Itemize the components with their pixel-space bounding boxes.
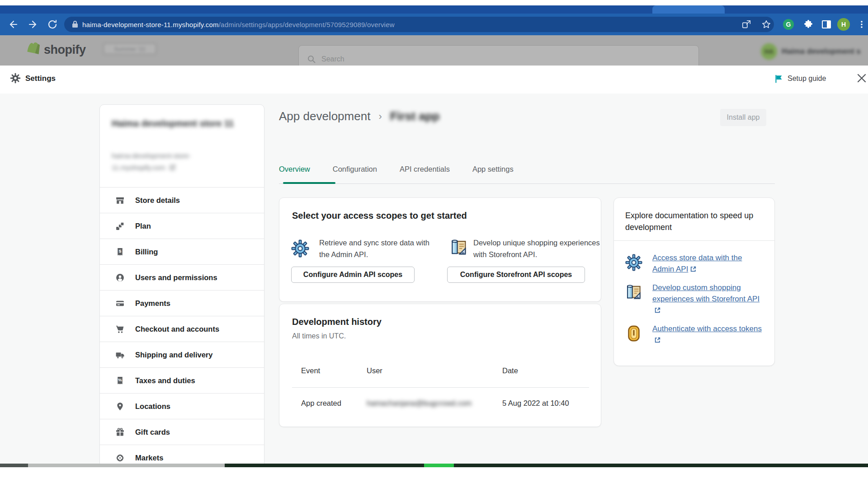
extensions-puzzle-icon[interactable] [803,19,814,30]
scopes-card-title: Select your access scopes to get started [292,211,467,221]
tab-api-credentials[interactable]: API credentials [400,165,450,182]
docs-divider [614,240,774,241]
payments-icon [115,299,125,308]
store-name: Haima development store 11 [112,117,247,130]
col-header-user: User [367,366,382,375]
settings-modal-header: Settings Setup guide [0,66,868,94]
external-link-icon [690,266,697,272]
bottom-edge-bar [0,464,868,467]
active-tab-underline [283,182,335,184]
bottom-bar-segment [28,464,225,467]
history-event-cell: App created [301,399,341,408]
shopify-logo-icon [24,41,42,60]
external-link-icon [654,307,661,314]
admin-search-placeholder: Search [321,55,344,63]
history-user-cell: hamachanjana@bugcrowd.com [367,399,472,408]
app-tabs: Overview Configuration API credentials A… [279,165,514,182]
breadcrumb-parent[interactable]: App development [279,109,370,123]
url-domain: haima-development-store-11.myshopify.com [82,21,219,28]
configure-admin-api-button[interactable]: Configure Admin API scopes [291,267,415,283]
storefront-icon [115,196,125,205]
documentation-card: Explore documentation to speed up develo… [613,197,775,366]
admin-avatar[interactable]: HA [761,43,777,60]
sidebar-item-shipping-delivery[interactable]: Shipping and delivery [100,342,264,367]
storefront-api-icon [625,284,642,301]
browser-profile-avatar[interactable]: H [837,18,850,31]
bottom-bar-progress [424,464,454,467]
tab-overview[interactable]: Overview [279,165,310,182]
billing-icon: $ [115,247,125,257]
access-token-icon [625,325,642,342]
url-text: haima-development-store-11.myshopify.com… [82,21,395,28]
settings-gear-icon [10,73,21,84]
storefront-api-icon [450,239,468,257]
setup-guide-flag-icon [774,74,783,84]
history-card-subtitle: All times in UTC. [292,332,346,340]
back-icon[interactable] [7,19,18,30]
breadcrumb: App development › First app [279,109,440,123]
sidebar-item-taxes-duties[interactable]: % Taxes and duties [100,367,264,393]
close-icon[interactable] [856,72,868,84]
sidebar-item-gift-cards[interactable]: Gift cards [100,419,264,445]
browser-toolbar: haima-development-store-11.myshopify.com… [0,14,868,35]
install-app-button[interactable]: Install app [720,109,766,126]
shipping-truck-icon [115,350,125,360]
sidebar-item-payments[interactable]: Payments [100,290,264,316]
sidebar-item-store-details[interactable]: Store details [100,187,264,213]
admin-account-name[interactable]: Haima development s [782,47,861,56]
svg-text:$: $ [119,249,122,253]
taxes-icon: % [115,376,125,385]
col-header-event: Event [301,366,320,375]
tab-app-settings[interactable]: App settings [472,165,514,182]
tab-configuration[interactable]: Configuration [333,165,377,182]
browser-tab[interactable] [652,5,725,14]
docs-link-storefront-api[interactable]: Develop custom shopping experiences with… [625,282,765,316]
admin-gear-icon [625,254,642,271]
chrome-menu-icon[interactable] [856,19,867,30]
sidebar-item-plan[interactable]: Plan [100,213,264,239]
grammarly-extension-icon[interactable]: G [783,19,794,30]
forward-icon[interactable] [28,19,39,30]
external-link-icon [169,164,176,171]
plan-icon [115,221,125,231]
sidebar-item-users-permissions[interactable]: Users and permissions [100,264,264,290]
url-bar[interactable]: haima-development-store-11.myshopify.com… [64,17,774,32]
sidebar-item-billing[interactable]: $ Billing [100,239,264,264]
settings-nav-list: Store details Plan $ Billing Users and p… [100,187,264,470]
users-icon [115,273,125,282]
sidebar-item-locations[interactable]: Locations [100,393,264,419]
docs-link-admin-api[interactable]: Access store data with the Admin API [625,252,765,275]
markets-icon [115,453,125,463]
search-icon [307,55,316,64]
footer-whitespace [0,467,868,488]
col-header-date: Date [502,366,518,375]
development-history-card: Development history All times in UTC. Ev… [279,304,601,427]
storefront-scope-text: Develop unique shopping experiences with… [473,237,604,260]
access-scopes-card: Select your access scopes to get started… [279,197,601,302]
admin-scope-text: Retrieve and sync store data with the Ad… [319,237,441,260]
sidebar-item-checkout-accounts[interactable]: Checkout and accounts [100,316,264,342]
admin-gear-icon [291,239,309,258]
version-badge: Summer '22 [103,43,156,55]
docs-links-list: Access store data with the Admin API Dev… [625,252,765,353]
configure-storefront-api-button[interactable]: Configure Storefront API scopes [447,267,585,283]
store-domain-link[interactable]: haima-development-store-11.myshopify.com [112,150,243,174]
checkout-cart-icon [115,324,125,334]
settings-title: Settings [25,74,56,83]
side-panel-extension-icon[interactable] [821,19,832,30]
history-date-cell: 5 Aug 2022 at 10:40 [502,399,569,408]
breadcrumb-current: First app [390,109,440,123]
dimmed-admin-topbar: shopify Summer '22 Search HA Haima devel… [0,35,868,66]
location-pin-icon [115,402,125,411]
browser-frame [0,5,868,14]
setup-guide-button[interactable]: Setup guide [788,75,826,83]
docs-link-access-tokens[interactable]: Authenticate with access tokens [625,323,765,346]
settings-modal: Settings Setup guide Haima development s… [0,66,868,488]
gift-icon [115,427,125,437]
bookmark-star-icon[interactable] [761,19,771,29]
reload-icon[interactable] [47,19,58,30]
admin-search-input[interactable]: Search [298,45,699,66]
docs-card-title: Explore documentation to speed up develo… [625,210,761,233]
share-icon[interactable] [741,19,751,29]
history-card-title: Development history [292,317,382,327]
